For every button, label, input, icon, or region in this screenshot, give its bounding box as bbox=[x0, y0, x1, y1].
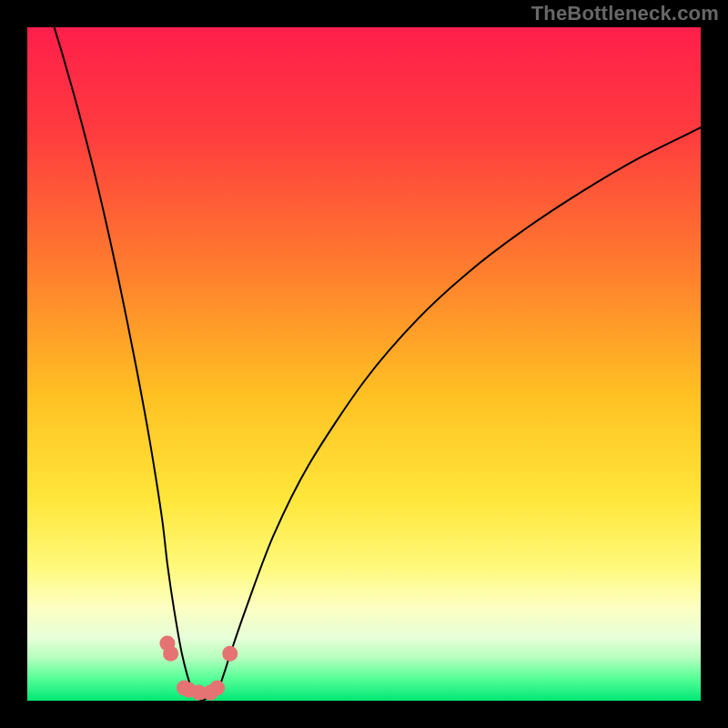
data-point-1 bbox=[163, 646, 178, 662]
data-point-7 bbox=[222, 646, 238, 662]
bottleneck-chart bbox=[0, 0, 728, 728]
chart-frame: { "watermark": "TheBottleneck.com", "col… bbox=[0, 0, 728, 728]
gradient-background bbox=[27, 27, 701, 701]
watermark-text: TheBottleneck.com bbox=[531, 2, 719, 25]
data-point-6 bbox=[209, 680, 225, 695]
